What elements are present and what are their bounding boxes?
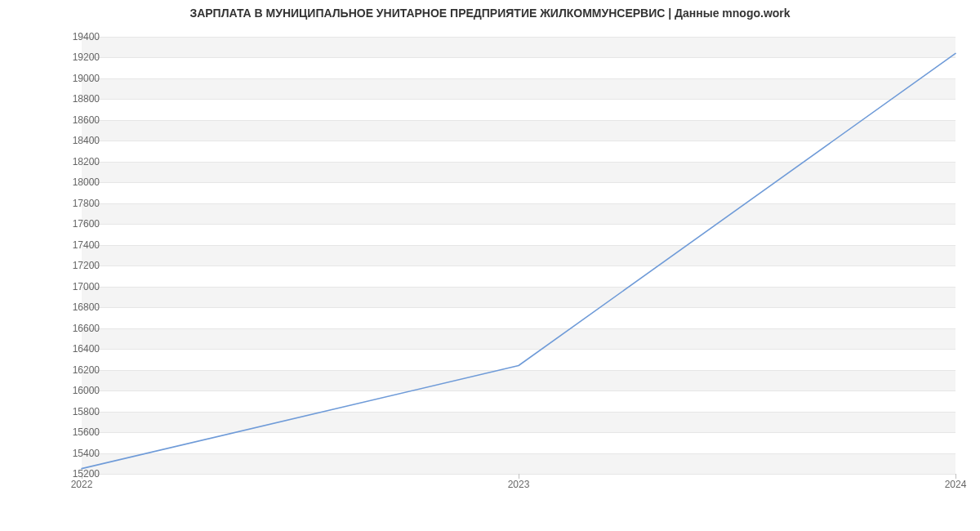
line-layer <box>82 37 956 474</box>
y-tick-label: 15400 <box>26 448 100 459</box>
y-tick-label: 19000 <box>26 73 100 84</box>
x-tick-label: 2023 <box>508 479 530 490</box>
y-tick-label: 18200 <box>26 156 100 167</box>
y-tick-label: 17000 <box>26 281 100 292</box>
y-tick-label: 18800 <box>26 93 100 105</box>
x-tick-label: 2024 <box>945 479 967 490</box>
y-tick-label: 18400 <box>26 135 100 146</box>
y-tick-label: 17600 <box>26 218 100 230</box>
y-tick-label: 16400 <box>26 343 100 355</box>
y-tick-label: 17800 <box>26 198 100 209</box>
y-tick-label: 16000 <box>26 385 100 396</box>
y-tick-label: 18000 <box>26 176 100 188</box>
salary-line-chart: ЗАРПЛАТА В МУНИЦИПАЛЬНОЕ УНИТАРНОЕ ПРЕДП… <box>0 0 980 531</box>
chart-title: ЗАРПЛАТА В МУНИЦИПАЛЬНОЕ УНИТАРНОЕ ПРЕДП… <box>0 7 980 20</box>
series-line <box>82 53 956 468</box>
y-tick-label: 15200 <box>26 468 100 480</box>
y-tick-label: 16800 <box>26 301 100 313</box>
x-tick-label: 2022 <box>71 479 93 490</box>
y-tick-label: 18600 <box>26 114 100 126</box>
y-tick-label: 19400 <box>26 31 100 42</box>
y-tick-label: 15600 <box>26 426 100 438</box>
plot-area <box>82 37 956 475</box>
y-tick-label: 16600 <box>26 323 100 334</box>
y-tick-label: 17400 <box>26 239 100 251</box>
y-tick-label: 16200 <box>26 364 100 376</box>
y-tick-label: 19200 <box>26 51 100 63</box>
y-tick-label: 17200 <box>26 260 100 271</box>
y-tick-label: 15800 <box>26 406 100 417</box>
